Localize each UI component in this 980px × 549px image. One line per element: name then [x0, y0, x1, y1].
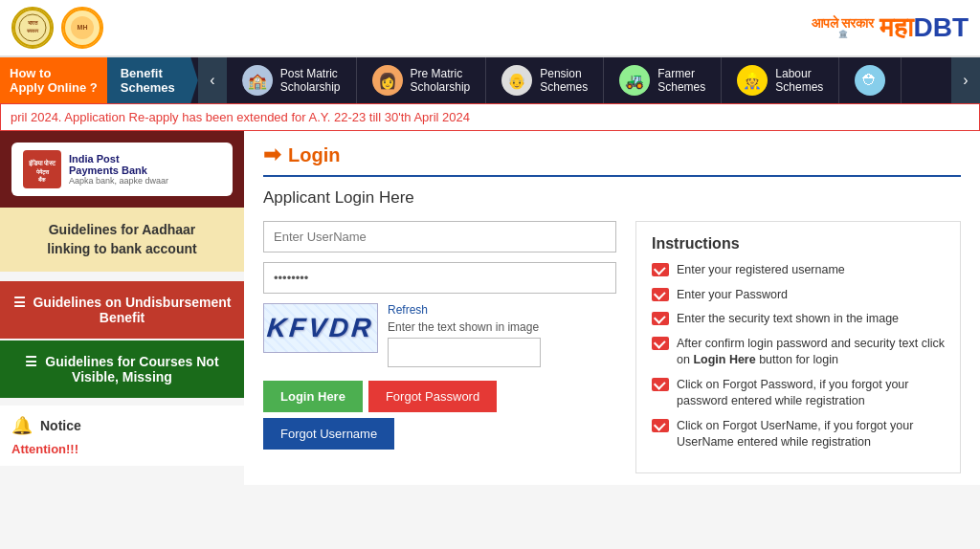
instruction-icon-5 [652, 378, 669, 391]
ticker-bar: pril 2024. Application Re-apply has been… [0, 103, 980, 131]
instructions-box: Instructions Enter your registered usern… [635, 221, 961, 473]
captcha-image: KFVDR [263, 303, 378, 353]
login-section-title: ➡ Login [263, 143, 961, 177]
site-header: भारत सरकार MH आपले सरकार 🏛️ महाDBT [0, 0, 980, 57]
main-nav: How to Apply Online ? Benefit Schemes ‹ … [0, 57, 980, 103]
instruction-6: Click on Forgot UserName, if you forgot … [652, 418, 945, 451]
pension-icon: 👴 [501, 65, 532, 96]
nav-items-list: 🏫 Post Matric Scholarship 👩 Pre Matric S… [227, 57, 951, 103]
bank-section: इंडिया पोस्ट पेमेंट्स बँक India PostPaym… [0, 131, 244, 208]
login-arrow-icon: ➡ [263, 143, 280, 167]
site-title: आपले सरकार 🏛️ महाDBT [812, 12, 969, 44]
notice-header: 🔔 Notice [11, 415, 233, 436]
post-matric-icon: 🏫 [242, 65, 273, 96]
instruction-icon-6 [652, 419, 669, 432]
nav-helmet[interactable]: ⛑ [839, 57, 902, 103]
captcha-controls: Refresh Enter the text shown in image [388, 303, 541, 367]
instructions-list: Enter your registered username Enter you… [652, 262, 945, 451]
how-to-apply-nav[interactable]: How to Apply Online ? [0, 57, 107, 103]
svg-text:MH: MH [78, 24, 88, 31]
main-content: इंडिया पोस्ट पेमेंट्स बँक India PostPaym… [0, 131, 980, 485]
nav-pension[interactable]: 👴 Pension Schemes [486, 57, 604, 103]
bank-logo: इंडिया पोस्ट पेमेंट्स बँक [23, 150, 61, 188]
captcha-input[interactable] [388, 338, 541, 367]
post-matric-label: Post Matric Scholarship [280, 67, 341, 94]
forgot-password-button[interactable]: Forgot Password [368, 381, 497, 412]
notice-label: Notice [40, 418, 81, 433]
courses-text: Guidelines for Courses Not Visible, Miss… [45, 354, 218, 384]
instruction-5: Click on Forgot Password, if you forgot … [652, 377, 945, 410]
benefit-schemes-nav[interactable]: Benefit Schemes [107, 57, 198, 103]
pre-matric-icon: 👩 [372, 65, 403, 96]
aple-sarkar-text: आपले सरकार [812, 16, 875, 31]
farmer-icon: 🚜 [619, 65, 650, 96]
nav-next-button[interactable]: › [951, 57, 980, 103]
courses-guidelines[interactable]: ☰ Guidelines for Courses Not Visible, Mi… [0, 340, 244, 398]
benefit-schemes-label: Benefit Schemes [121, 66, 175, 95]
labour-icon: 👷 [737, 65, 768, 96]
captcha-text: KFVDR [266, 313, 375, 343]
aadhaar-text: Guidelines for Aadhaar linking to bank a… [47, 222, 196, 256]
labour-label: Labour Schemes [775, 67, 823, 94]
undisbursement-guidelines[interactable]: ☰ Guidelines on Undisbursement Benefit [0, 281, 244, 339]
username-input[interactable] [263, 221, 616, 253]
nav-labour[interactable]: 👷 Labour Schemes [722, 57, 839, 103]
instruction-2: Enter your Password [652, 287, 945, 304]
dbt-text: DBT [913, 12, 969, 42]
bank-name: India PostPayments Bank [69, 153, 168, 176]
instruction-icon-3 [652, 312, 669, 325]
instruction-icon-2 [652, 288, 669, 301]
gov-logo: भारत सरकार [11, 7, 54, 49]
maha-dbt-title: महाDBT [880, 12, 969, 44]
bank-tagline: Aapka bank, aapke dwaar [69, 176, 168, 186]
nav-post-matric[interactable]: 🏫 Post Matric Scholarship [227, 57, 357, 103]
state-logo: MH [61, 7, 103, 49]
captcha-hint-text: Enter the text shown in image [388, 320, 541, 334]
nav-pre-matric[interactable]: 👩 Pre Matric Scholarship [357, 57, 487, 103]
farmer-label: Farmer Schemes [657, 67, 705, 94]
instructions-title: Instructions [652, 235, 945, 253]
attention-text: Attention!!! [11, 442, 233, 456]
instruction-4: After confirm login password and securit… [652, 336, 945, 369]
pre-matric-label: Pre Matric Scholarship [411, 67, 471, 94]
maha-text: महा [880, 12, 913, 42]
undisbursement-text: Guidelines on Undisbursement Benefit [33, 295, 231, 325]
hamburger-icon2: ☰ [25, 354, 37, 369]
login-form: KFVDR Refresh Enter the text shown in im… [263, 221, 616, 473]
captcha-refresh-link[interactable]: Refresh [388, 303, 541, 317]
login-button[interactable]: Login Here [263, 381, 363, 412]
pension-label: Pension Schemes [540, 67, 588, 94]
bell-icon: 🔔 [11, 415, 33, 436]
instruction-3: Enter the security text shown in the ima… [652, 311, 945, 328]
nav-farmer[interactable]: 🚜 Farmer Schemes [604, 57, 722, 103]
bank-card: इंडिया पोस्ट पेमेंट्स बँक India PostPaym… [11, 143, 233, 196]
svg-text:पेमेंट्स: पेमेंट्स [35, 168, 50, 176]
instruction-icon-4 [652, 337, 669, 350]
sidebar: इंडिया पोस्ट पेमेंट्स बँक India PostPaym… [0, 131, 244, 485]
login-title-text: Login [288, 144, 340, 166]
svg-text:भारत: भारत [28, 20, 38, 26]
nav-prev-button[interactable]: ‹ [198, 57, 227, 103]
aadhaar-guidelines[interactable]: Guidelines for Aadhaar linking to bank a… [0, 208, 244, 272]
login-buttons: Login Here Forgot Password Forgot Userna… [263, 381, 616, 450]
bank-info: India PostPayments Bank Aapka bank, aapk… [69, 153, 168, 186]
logos: भारत सरकार MH [11, 7, 103, 49]
svg-text:सरकार: सरकार [26, 28, 39, 33]
login-area: KFVDR Refresh Enter the text shown in im… [263, 221, 961, 473]
svg-text:इंडिया पोस्ट: इंडिया पोस्ट [28, 159, 57, 167]
svg-text:बँक: बँक [37, 176, 46, 183]
helmet-icon: ⛑ [855, 65, 885, 96]
password-input[interactable] [263, 262, 616, 294]
applicant-login-title: Applicant Login Here [263, 188, 961, 208]
instruction-1: Enter your registered username [652, 262, 945, 279]
forgot-username-button[interactable]: Forgot Username [263, 418, 394, 450]
captcha-row: KFVDR Refresh Enter the text shown in im… [263, 303, 616, 367]
instruction-icon-1 [652, 263, 669, 276]
hamburger-icon: ☰ [13, 295, 26, 310]
login-content: ➡ Login Applicant Login Here KFVDR Refre… [244, 131, 980, 485]
notice-section: 🔔 Notice Attention!!! [0, 406, 244, 466]
ticker-text: pril 2024. Application Re-apply has been… [11, 110, 470, 124]
how-to-apply-label: How to Apply Online ? [10, 66, 98, 95]
